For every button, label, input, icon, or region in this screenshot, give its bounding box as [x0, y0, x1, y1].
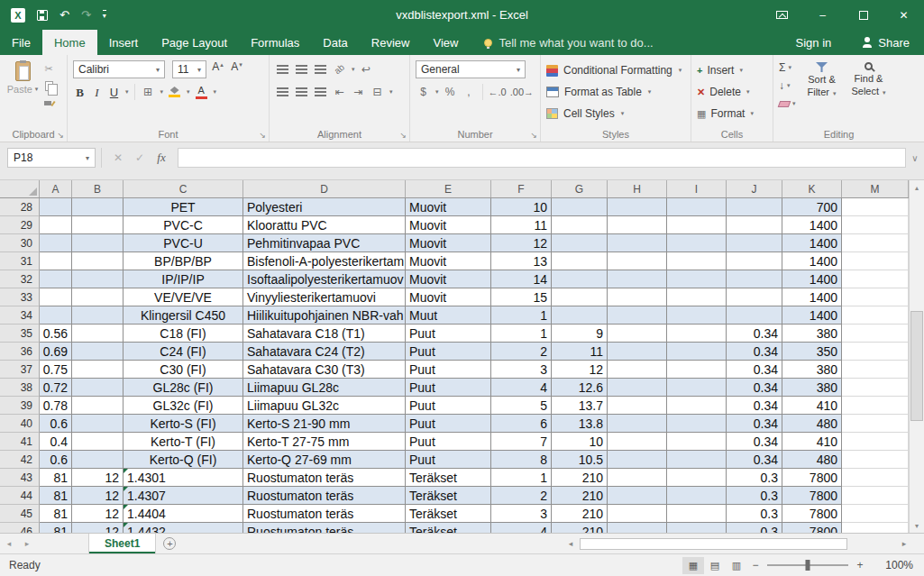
borders-icon[interactable]: ⊞ — [141, 84, 156, 100]
cell-J36[interactable]: 0.34 — [727, 343, 782, 361]
cell-H29[interactable] — [608, 216, 667, 234]
format-cells-button[interactable]: ▦ Format ▾ — [697, 103, 767, 124]
cell-B32[interactable] — [72, 270, 124, 288]
cell-J35[interactable]: 0.34 — [727, 325, 782, 343]
scroll-left-icon[interactable]: ◂ — [563, 539, 578, 548]
cell-A45[interactable]: 81 — [40, 505, 72, 523]
horizontal-scrollbar[interactable]: ◂ ▸ — [563, 534, 924, 553]
cell-A40[interactable]: 0.6 — [40, 415, 72, 433]
cell-K32[interactable]: 1400 — [782, 270, 842, 288]
sheet-nav-right-icon[interactable]: ▸ — [18, 534, 36, 553]
align-center-icon[interactable] — [294, 84, 309, 100]
cell-B46[interactable]: 12 — [72, 523, 124, 533]
cut-icon[interactable]: ✂ — [40, 61, 58, 77]
cell-D46[interactable]: Ruostumaton teräs — [243, 523, 406, 533]
cell-J29[interactable] — [727, 216, 782, 234]
horizontal-scroll-thumb[interactable] — [580, 538, 847, 550]
cancel-entry-icon[interactable]: ✕ — [107, 148, 129, 168]
cell-F37[interactable]: 3 — [491, 361, 552, 379]
cell-H44[interactable] — [608, 487, 667, 505]
bottom-align-icon[interactable] — [313, 61, 328, 78]
cell-D38[interactable]: Liimapuu GL28c — [243, 379, 406, 397]
cell-J31[interactable] — [727, 252, 782, 270]
cell-C35[interactable]: C18 (FI) — [124, 325, 243, 343]
cell-E39[interactable]: Puut — [406, 397, 491, 415]
cell-B37[interactable] — [72, 361, 124, 379]
cell-H31[interactable] — [608, 252, 667, 270]
new-sheet-button[interactable]: + — [156, 534, 183, 553]
cell-I38[interactable] — [667, 379, 727, 397]
save-icon[interactable] — [37, 10, 48, 21]
cell-J37[interactable]: 0.34 — [727, 361, 782, 379]
share-button[interactable]: Share — [847, 30, 924, 55]
cell-D28[interactable]: Polyesteri — [243, 198, 406, 216]
row-header-45[interactable]: 45 — [0, 505, 40, 523]
cell-A44[interactable]: 81 — [40, 487, 72, 505]
fill-color-caret-icon[interactable]: ▾ — [187, 88, 190, 96]
format-painter-icon[interactable] — [40, 96, 58, 111]
cell-E45[interactable]: Teräkset — [406, 505, 491, 523]
cell-D29[interactable]: Kloorattu PVC — [243, 216, 406, 234]
cell-D35[interactable]: Sahatavara C18 (T1) — [243, 325, 406, 343]
cell-H30[interactable] — [608, 234, 667, 252]
cell-C34[interactable]: Klingersil C450 — [124, 306, 243, 325]
column-header-A[interactable]: A — [40, 180, 72, 197]
cell-G40[interactable]: 13.8 — [552, 415, 608, 433]
middle-align-icon[interactable] — [294, 61, 309, 78]
cell-D45[interactable]: Ruostumaton teräs — [243, 505, 406, 523]
cell-E46[interactable]: Teräkset — [406, 523, 491, 533]
qat-customize-icon[interactable]: ▾ — [103, 10, 106, 20]
name-box[interactable]: P18▾ — [7, 148, 96, 168]
tab-page-layout[interactable]: Page Layout — [150, 30, 239, 55]
number-format-combo[interactable]: General▾ — [416, 60, 526, 78]
cell-H45[interactable] — [608, 505, 667, 523]
cell-D33[interactable]: Vinyyliesterikertamuovi — [243, 288, 406, 306]
cell-E36[interactable]: Puut — [406, 343, 491, 361]
cell-I44[interactable] — [667, 487, 727, 505]
cell-K45[interactable]: 7800 — [782, 505, 842, 523]
cell-D42[interactable]: Kerto-Q 27-69 mm — [243, 451, 406, 469]
cell-B39[interactable] — [72, 397, 124, 415]
cell-J32[interactable] — [727, 270, 782, 288]
cell-H43[interactable] — [608, 469, 667, 487]
tab-data[interactable]: Data — [311, 30, 359, 55]
cell-C32[interactable]: IP/IP/IP — [124, 270, 243, 288]
row-header-41[interactable]: 41 — [0, 433, 40, 451]
tab-file[interactable]: File — [0, 30, 42, 55]
cell-M44[interactable] — [842, 487, 909, 505]
cell-I40[interactable] — [667, 415, 727, 433]
cell-A29[interactable] — [40, 216, 72, 234]
cell-E44[interactable]: Teräkset — [406, 487, 491, 505]
cell-C36[interactable]: C24 (FI) — [124, 343, 243, 361]
cell-G34[interactable] — [552, 306, 608, 325]
cell-H38[interactable] — [608, 379, 667, 397]
cell-H34[interactable] — [608, 306, 667, 325]
column-header-B[interactable]: B — [72, 180, 124, 197]
formula-input[interactable] — [178, 148, 906, 168]
conditional-formatting-button[interactable]: Conditional Formatting ▾ — [546, 59, 685, 81]
normal-view-icon[interactable]: ▦ — [682, 557, 704, 574]
merge-center-icon[interactable]: ⊟ — [370, 84, 385, 100]
cell-J39[interactable]: 0.34 — [727, 397, 782, 415]
cell-E41[interactable]: Puut — [406, 433, 491, 451]
insert-cells-button[interactable]: + Insert ▾ — [697, 59, 767, 81]
cell-D37[interactable]: Sahatavara C30 (T3) — [243, 361, 406, 379]
scroll-up-icon[interactable]: ▴ — [910, 180, 924, 195]
cell-M33[interactable] — [842, 288, 909, 306]
cell-C39[interactable]: GL32c (FI) — [124, 397, 243, 415]
cell-C31[interactable]: BP/BP/BP — [124, 252, 243, 270]
autosum-button[interactable]: Σ▾ — [779, 59, 796, 76]
cell-G43[interactable]: 210 — [552, 469, 608, 487]
cell-K29[interactable]: 1400 — [782, 216, 842, 234]
row-header-40[interactable]: 40 — [0, 415, 40, 433]
font-color-caret-icon[interactable]: ▾ — [214, 88, 217, 96]
top-align-icon[interactable] — [275, 61, 290, 78]
cell-K30[interactable]: 1400 — [782, 234, 842, 252]
paste-button[interactable]: Paste▾ — [5, 59, 40, 111]
cell-B45[interactable]: 12 — [72, 505, 124, 523]
cell-I41[interactable] — [667, 433, 727, 451]
cell-G32[interactable] — [552, 270, 608, 288]
cell-I36[interactable] — [667, 343, 727, 361]
cell-A41[interactable]: 0.4 — [40, 433, 72, 451]
row-header-38[interactable]: 38 — [0, 379, 40, 397]
